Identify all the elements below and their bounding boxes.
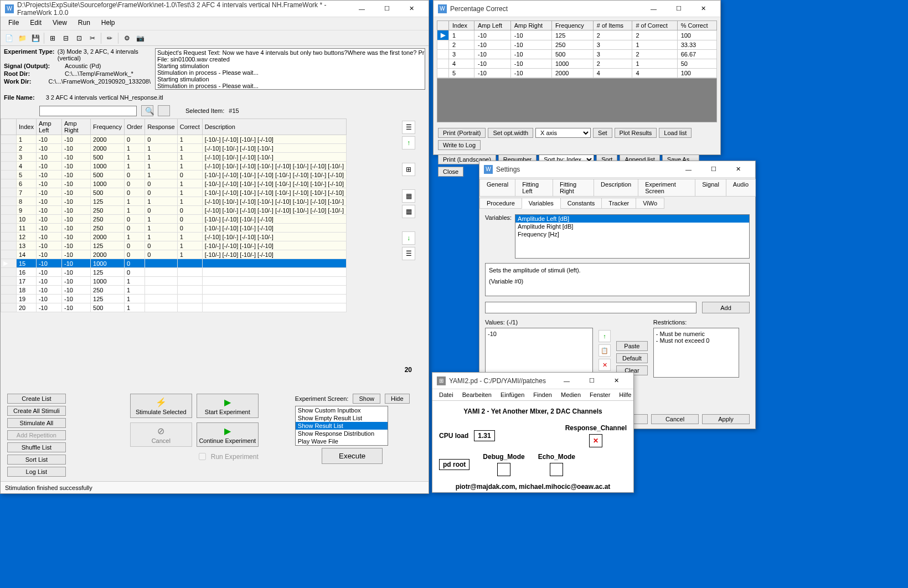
table-row[interactable]: 19-10-101251: [1, 295, 347, 303]
table-row[interactable]: 9-10-10250100[-/-10] [-10/-] [-/-10] [-1…: [1, 206, 347, 215]
list-item[interactable]: Any Debug Function: [296, 445, 388, 446]
menu-hilfe[interactable]: Hilfe: [616, 390, 634, 399]
xaxis-select[interactable]: X axis: [535, 128, 591, 138]
delete-icon[interactable]: ✕: [599, 359, 611, 371]
table-header[interactable]: Frequency: [551, 21, 593, 30]
table-row[interactable]: 14-10-102000001[-10/-] [-/-10] [-10/-] […: [1, 250, 347, 259]
sort-button[interactable]: Sort List: [7, 455, 66, 465]
table-header[interactable]: Amp Left: [36, 119, 61, 135]
percentage-table[interactable]: IndexAmp LeftAmp RightFrequency# of Item…: [437, 20, 717, 78]
paste-button[interactable]: Paste: [616, 341, 648, 351]
continue-experiment-button[interactable]: ▶Continue Experiment: [197, 422, 259, 447]
search-button[interactable]: 🔍: [141, 105, 153, 116]
tab-general[interactable]: General: [479, 179, 515, 197]
hide-button[interactable]: Hide: [385, 394, 410, 404]
minimize-icon[interactable]: —: [641, 1, 666, 17]
write-log-button[interactable]: Write to Log: [438, 140, 481, 150]
table-header[interactable]: Order: [125, 119, 145, 135]
table-row[interactable]: 3-10-105003266.67: [437, 50, 717, 59]
show-button[interactable]: Show: [353, 394, 380, 404]
add-input[interactable]: [485, 302, 697, 313]
minimize-icon[interactable]: —: [554, 373, 579, 389]
maximize-icon[interactable]: ☐: [666, 1, 691, 17]
log-box[interactable]: Subject's Request Text: Now we have 4 in…: [155, 48, 425, 90]
load-button[interactable]: Load list: [659, 128, 692, 138]
menu-view[interactable]: View: [47, 17, 73, 30]
table-row[interactable]: 5-10-10200044100: [437, 69, 717, 78]
table-header[interactable]: Amp Right: [510, 21, 551, 30]
side-icon[interactable]: ▦: [402, 189, 415, 203]
table-header[interactable]: Amp Right: [62, 119, 91, 135]
table-row[interactable]: 2-10-102503133.33: [437, 40, 717, 50]
table-row[interactable]: 5-10-10500010[-10/-] [-/-10] [-10/-] [-/…: [1, 171, 347, 179]
table-header[interactable]: # of Correct: [632, 21, 677, 30]
side-icon[interactable]: ☰: [402, 121, 415, 134]
table-row[interactable]: 1-10-102000001[-10/-] [-/-10] [-10/-] [-…: [1, 135, 347, 144]
arrow-up-icon[interactable]: ↑: [599, 330, 611, 342]
table-row[interactable]: 16-10-101250: [1, 268, 347, 277]
menu-run[interactable]: Run: [73, 17, 96, 30]
table-header[interactable]: Amp Left: [474, 21, 511, 30]
tool-icon[interactable]: ⊟: [60, 32, 72, 44]
close-icon[interactable]: ✕: [726, 162, 751, 177]
values-box[interactable]: -10: [485, 328, 593, 378]
var-item[interactable]: Amplitude Left [dB]: [515, 215, 749, 223]
side-icon[interactable]: ⊞: [402, 163, 415, 176]
tab-signal[interactable]: Signal: [695, 179, 726, 197]
stimulate-all-button[interactable]: Stimulate All: [7, 418, 66, 428]
table-header[interactable]: Correct: [177, 119, 202, 135]
tool-icon[interactable]: ⊡: [73, 32, 85, 44]
table-header[interactable]: % Correct: [677, 21, 716, 30]
menu-edit[interactable]: Edit: [24, 17, 47, 30]
close-icon[interactable]: ✕: [604, 373, 629, 389]
table-header[interactable]: Description: [202, 119, 346, 135]
side-icon[interactable]: ▦: [402, 205, 415, 218]
table-row[interactable]: ▶15-10-1010000: [1, 259, 347, 268]
list-item[interactable]: Show Empty Result List: [296, 414, 388, 422]
tab-constants[interactable]: Constants: [560, 198, 602, 209]
maximize-icon[interactable]: ☐: [701, 162, 726, 177]
list-item[interactable]: Play Wave File: [296, 437, 388, 445]
tool-icon[interactable]: ⊞: [47, 32, 59, 44]
table-row[interactable]: 20-10-105001: [1, 303, 347, 312]
close-icon[interactable]: ✕: [691, 1, 716, 17]
minimize-icon[interactable]: —: [676, 162, 701, 177]
save-icon[interactable]: 💾: [29, 32, 42, 44]
menu-help[interactable]: Help: [96, 17, 121, 30]
table-row[interactable]: 13-10-10125001[-10/-] [-/-10] [-10/-] [-…: [1, 241, 347, 250]
tool-icon[interactable]: ✂: [86, 32, 99, 44]
menu-medien[interactable]: Medien: [558, 390, 584, 399]
arrow-up-icon[interactable]: ↑: [402, 136, 415, 149]
tab-procedure[interactable]: Procedure: [479, 198, 522, 209]
menu-fenster[interactable]: Fenster: [586, 390, 613, 399]
tool-icon[interactable]: 📷: [134, 32, 146, 44]
arrow-down-icon[interactable]: ↓: [402, 231, 415, 245]
main-table[interactable]: IndexAmp LeftAmp RightFrequencyOrderResp…: [1, 118, 347, 312]
table-row[interactable]: 7-10-10500001[-10/-] [-/-10] [-10/-] [-/…: [1, 188, 347, 197]
menu-file[interactable]: File: [3, 17, 24, 30]
table-header[interactable]: Frequency: [91, 119, 125, 135]
start-experiment-button[interactable]: ▶Start Experiment: [197, 394, 259, 418]
table-header[interactable]: Index: [449, 21, 474, 30]
tab-variables[interactable]: Variables: [522, 198, 561, 209]
tool-icon[interactable]: ⚙: [121, 32, 133, 44]
table-row[interactable]: 4-10-101000111[-/-10] [-10/-] [-/-10] [-…: [1, 162, 347, 171]
print-portrait-button[interactable]: Print (Portrait): [438, 128, 486, 138]
side-icon[interactable]: ☰: [402, 247, 415, 260]
tab-exp-screen[interactable]: Experiment Screen: [638, 179, 695, 197]
menu-finden[interactable]: Finden: [530, 390, 555, 399]
table-row[interactable]: 18-10-102501: [1, 286, 347, 295]
table-row[interactable]: 2-10-102000111[-/-10] [-10/-] [-/-10] [-…: [1, 144, 347, 153]
table-row[interactable]: 3-10-10500111[-/-10] [-10/-] [-/-10] [-1…: [1, 153, 347, 162]
tab-fitting-left[interactable]: Fitting Left: [515, 179, 553, 197]
stimulate-selected-button[interactable]: ⚡Stimulate Selected: [130, 394, 192, 418]
add-button[interactable]: Add: [702, 302, 750, 313]
set-button[interactable]: Set: [593, 128, 612, 138]
create-list-button[interactable]: Create List: [7, 394, 66, 404]
default-button[interactable]: Default: [616, 353, 648, 363]
log-button[interactable]: Log List: [7, 467, 66, 477]
maximize-icon[interactable]: ☐: [579, 373, 604, 389]
open-icon[interactable]: 📁: [16, 32, 28, 44]
apply-button[interactable]: Apply: [702, 414, 750, 424]
table-row[interactable]: ▶1-10-1012522100: [437, 30, 717, 40]
